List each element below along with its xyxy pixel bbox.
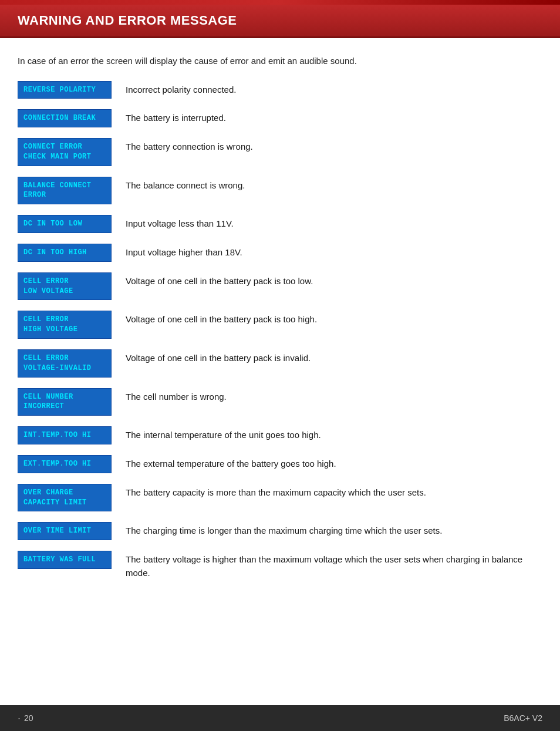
error-badge: BALANCE CONNECT ERROR — [18, 177, 112, 205]
error-badge: CELL NUMBER INCORRECT — [18, 388, 112, 416]
error-badge: CELL ERROR VOLTAGE-INVALID — [18, 349, 112, 378]
error-row: REVERSE POLARITYIncorrect polarity conne… — [18, 81, 542, 99]
main-content: In case of an error the screen will disp… — [0, 38, 560, 602]
error-description: The balance connect is wrong. — [112, 177, 245, 193]
error-description: The battery is interrupted. — [112, 109, 226, 125]
error-description: Voltage of one cell in the battery pack … — [112, 349, 311, 365]
error-badge: CELL ERROR HIGH VOLTAGE — [18, 311, 112, 339]
error-description: The charging time is longer than the max… — [112, 522, 442, 538]
error-description: The internal temperature of the unit goe… — [112, 426, 321, 442]
error-list: REVERSE POLARITYIncorrect polarity conne… — [18, 81, 542, 580]
error-description: Voltage of one cell in the battery pack … — [112, 272, 313, 288]
footer-page-number: 20 — [24, 713, 33, 723]
error-description: The battery capacity is more than the ma… — [112, 484, 426, 500]
error-description: Input voltage higher than 18V. — [112, 244, 242, 260]
error-row: CELL ERROR VOLTAGE-INVALIDVoltage of one… — [18, 349, 542, 378]
footer-model: B6AC+ V2 — [504, 713, 542, 723]
error-row: DC IN TOO HIGHInput voltage higher than … — [18, 244, 542, 262]
error-row: INT.TEMP.TOO HIThe internal temperature … — [18, 426, 542, 444]
error-row: DC IN TOO LOWInput voltage less than 11V… — [18, 215, 542, 233]
error-description: The external temperature of the battery … — [112, 455, 336, 471]
footer-dot: · — [18, 712, 21, 725]
error-row: EXT.TEMP.TOO HIThe external temperature … — [18, 455, 542, 473]
page-footer: · 20 B6AC+ V2 — [0, 705, 560, 731]
error-row: OVER TIME LIMITThe charging time is long… — [18, 522, 542, 540]
error-badge: CONNECT ERROR CHECK MAIN PORT — [18, 138, 112, 166]
error-row: CONNECT ERROR CHECK MAIN PORTThe battery… — [18, 138, 542, 166]
error-description: Incorrect polarity connected. — [112, 81, 236, 97]
error-row: BATTERY WAS FULLThe battery voltage is h… — [18, 551, 542, 580]
error-badge: BATTERY WAS FULL — [18, 551, 112, 569]
error-description: The battery voltage is higher than the m… — [112, 551, 542, 580]
error-row: CELL NUMBER INCORRECTThe cell number is … — [18, 388, 542, 416]
error-row: BALANCE CONNECT ERRORThe balance connect… — [18, 177, 542, 205]
error-description: Input voltage less than 11V. — [112, 215, 234, 231]
error-badge: OVER TIME LIMIT — [18, 522, 112, 540]
footer-left: · 20 — [18, 712, 33, 725]
error-badge: INT.TEMP.TOO HI — [18, 426, 112, 444]
page-header: WARNING AND ERROR MESSAGE — [0, 5, 560, 38]
page-title: WARNING AND ERROR MESSAGE — [18, 13, 237, 28]
error-description: Voltage of one cell in the battery pack … — [112, 311, 317, 326]
error-row: CELL ERROR LOW VOLTAGEVoltage of one cel… — [18, 272, 542, 301]
intro-paragraph: In case of an error the screen will disp… — [18, 55, 542, 68]
error-badge: OVER CHARGE CAPACITY LIMIT — [18, 484, 112, 512]
error-badge: REVERSE POLARITY — [18, 81, 112, 99]
error-badge: CONNECTION BREAK — [18, 109, 112, 127]
error-badge: DC IN TOO HIGH — [18, 244, 112, 262]
error-row: CONNECTION BREAKThe battery is interrupt… — [18, 109, 542, 127]
error-badge: EXT.TEMP.TOO HI — [18, 455, 112, 473]
error-row: CELL ERROR HIGH VOLTAGEVoltage of one ce… — [18, 311, 542, 339]
error-badge: CELL ERROR LOW VOLTAGE — [18, 272, 112, 301]
error-row: OVER CHARGE CAPACITY LIMITThe battery ca… — [18, 484, 542, 512]
error-description: The battery connection is wrong. — [112, 138, 253, 154]
error-description: The cell number is wrong. — [112, 388, 227, 404]
error-badge: DC IN TOO LOW — [18, 215, 112, 233]
top-bar — [0, 0, 560, 5]
